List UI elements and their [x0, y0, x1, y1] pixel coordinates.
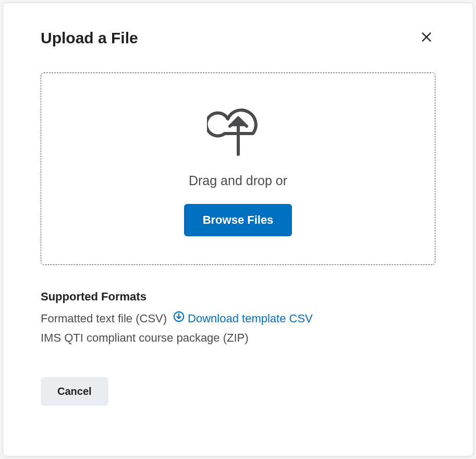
- dropzone-prompt: Drag and drop or: [189, 173, 287, 188]
- file-dropzone[interactable]: Drag and drop or Browse Files: [41, 73, 435, 265]
- cloud-upload-icon: [207, 96, 270, 161]
- supported-formats-heading: Supported Formats: [41, 290, 435, 304]
- cancel-button[interactable]: Cancel: [41, 377, 108, 406]
- browse-files-button[interactable]: Browse Files: [184, 204, 292, 236]
- modal-title: Upload a File: [41, 29, 138, 47]
- upload-file-modal: Upload a File Drag and drop or Browse Fi…: [3, 3, 473, 456]
- format-csv-label: Formatted text file (CSV): [41, 309, 167, 328]
- supported-formats-section: Supported Formats Formatted text file (C…: [41, 290, 435, 348]
- download-template-label: Download template CSV: [188, 309, 313, 328]
- download-template-link[interactable]: Download template CSV: [173, 309, 313, 328]
- format-zip-row: IMS QTI compliant course package (ZIP): [41, 328, 435, 347]
- download-icon: [173, 309, 185, 328]
- format-zip-label: IMS QTI compliant course package (ZIP): [41, 328, 249, 347]
- close-button[interactable]: [418, 28, 435, 47]
- modal-header: Upload a File: [41, 28, 435, 47]
- format-csv-row: Formatted text file (CSV) Download templ…: [41, 309, 435, 328]
- close-icon: [420, 30, 433, 45]
